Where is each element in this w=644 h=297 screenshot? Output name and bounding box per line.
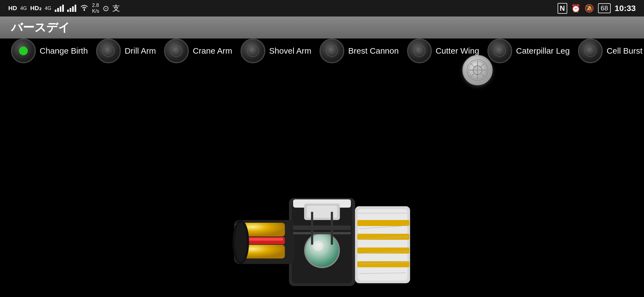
inner-dark-caterpillar-leg bbox=[494, 45, 506, 57]
status-bar: HD 4G HD₂ 4G 2.8K/s ⊙ bbox=[0, 0, 644, 16]
svg-rect-34 bbox=[331, 212, 333, 245]
circle-btn-caterpillar-leg[interactable] bbox=[487, 38, 512, 63]
circle-btn-shovel-arm[interactable] bbox=[241, 38, 265, 63]
btn-item-shovel-arm[interactable]: Shovel Arm bbox=[241, 38, 311, 63]
inner-dark-brest-cannon bbox=[326, 45, 338, 57]
clock: 10:33 bbox=[615, 4, 636, 13]
circle-btn-brest-cannon[interactable] bbox=[320, 38, 344, 63]
svg-rect-33 bbox=[311, 212, 313, 245]
title-bar: バースデイ bbox=[0, 16, 644, 38]
svg-rect-31 bbox=[293, 226, 351, 230]
status-right-icons: N ⏰ 🔕 68 10:33 bbox=[558, 3, 636, 14]
btn-label-caterpillar-leg: Caterpillar Leg bbox=[516, 46, 570, 56]
btn-label-change-birth: Change Birth bbox=[40, 46, 88, 56]
inner-dark-crane-arm bbox=[170, 45, 182, 57]
circle-btn-cutter-wing[interactable] bbox=[407, 38, 432, 63]
signal-bars-1 bbox=[55, 5, 64, 12]
data-speed: 2.8K/s bbox=[92, 2, 99, 14]
circle-btn-drill-arm[interactable] bbox=[96, 38, 121, 63]
btn-item-cutter-wing[interactable]: Cutter Wing bbox=[407, 38, 479, 63]
alipay-icon: 支 bbox=[112, 3, 120, 13]
svg-point-16 bbox=[235, 222, 247, 262]
svg-point-0 bbox=[83, 9, 85, 11]
inner-dark-drill-arm bbox=[102, 45, 114, 57]
birth-driver-svg bbox=[228, 165, 416, 297]
signal-bars-2 bbox=[67, 5, 76, 12]
device-illustration bbox=[226, 160, 418, 297]
btn-label-cell-burst: Cell Burst bbox=[607, 46, 642, 56]
network-4g-1: 4G bbox=[20, 6, 27, 11]
hd1-indicator: HD bbox=[8, 5, 17, 12]
circle-btn-change-birth[interactable] bbox=[11, 38, 36, 63]
circle-btn-cell-burst[interactable] bbox=[578, 38, 603, 63]
hd2-indicator: HD₂ bbox=[30, 5, 42, 12]
navigation-icon: ⊙ bbox=[103, 4, 109, 13]
svg-rect-19 bbox=[357, 220, 410, 226]
svg-rect-32 bbox=[293, 232, 351, 234]
nfc-icon: N bbox=[558, 3, 567, 14]
active-dot-change-birth bbox=[19, 46, 28, 55]
svg-rect-18 bbox=[358, 209, 407, 280]
silent-icon: 🔕 bbox=[585, 4, 594, 13]
btn-label-crane-arm: Crane Arm bbox=[193, 46, 232, 56]
battery-indicator: 68 bbox=[598, 3, 611, 13]
svg-point-9 bbox=[312, 241, 323, 251]
wifi-icon bbox=[80, 4, 89, 13]
btn-item-cell-burst[interactable]: Cell Burst bbox=[578, 38, 642, 63]
svg-point-8 bbox=[305, 234, 339, 267]
button-row: Change BirthDrill ArmCrane ArmShovel Arm… bbox=[11, 38, 642, 63]
inner-dark-cell-burst bbox=[584, 45, 596, 57]
btn-label-drill-arm: Drill Arm bbox=[125, 46, 156, 56]
inner-dark-shovel-arm bbox=[247, 45, 259, 57]
btn-item-crane-arm[interactable]: Crane Arm bbox=[164, 38, 232, 63]
btn-label-brest-cannon: Brest Cannon bbox=[348, 46, 399, 56]
inner-dark-cutter-wing bbox=[413, 45, 425, 57]
network-4g-2: 4G bbox=[45, 6, 51, 11]
app-title: バースデイ bbox=[11, 20, 70, 35]
svg-rect-22 bbox=[357, 261, 410, 267]
status-left-icons: HD 4G HD₂ 4G 2.8K/s ⊙ bbox=[8, 2, 120, 14]
circle-btn-crane-arm[interactable] bbox=[164, 38, 189, 63]
btn-label-shovel-arm: Shovel Arm bbox=[269, 46, 311, 56]
btn-item-drill-arm[interactable]: Drill Arm bbox=[96, 38, 156, 63]
btn-item-change-birth[interactable]: Change Birth bbox=[11, 38, 88, 63]
btn-item-brest-cannon[interactable]: Brest Cannon bbox=[320, 38, 399, 63]
btn-item-caterpillar-leg[interactable]: Caterpillar Leg bbox=[487, 38, 570, 63]
alarm-icon: ⏰ bbox=[571, 4, 581, 13]
btn-label-cutter-wing: Cutter Wing bbox=[436, 46, 479, 56]
